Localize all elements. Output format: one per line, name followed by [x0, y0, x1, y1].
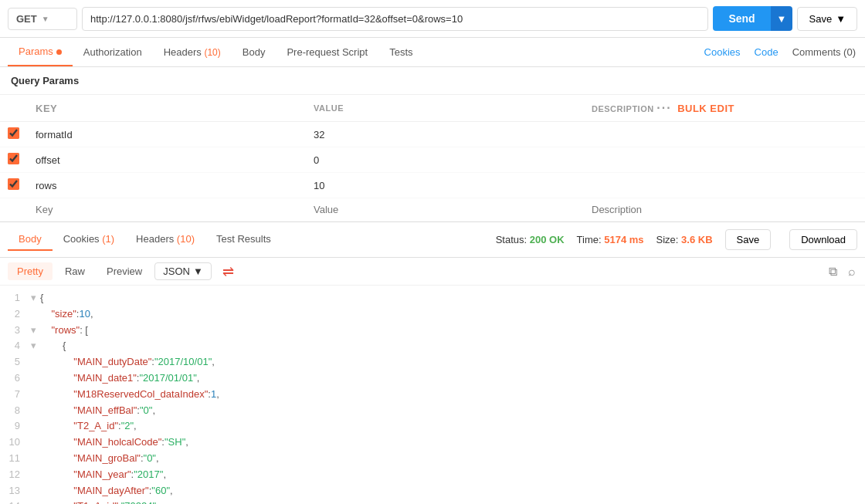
method-select[interactable]: GET ▼	[8, 8, 77, 30]
fold-icon[interactable]: ▾	[31, 338, 39, 354]
description-input[interactable]	[592, 129, 857, 140]
fold-icon[interactable]	[31, 354, 39, 370]
json-line: 6 "MAIN_date1": "2017/01/01",	[8, 370, 857, 387]
row-checkbox[interactable]	[8, 153, 19, 164]
row-key-cell[interactable]	[28, 198, 306, 222]
fold-icon[interactable]	[31, 403, 39, 419]
key-input[interactable]	[36, 129, 298, 140]
comments-link[interactable]: Comments (0)	[791, 39, 857, 66]
line-indent	[40, 499, 73, 504]
size-value: 3.6 KB	[681, 234, 712, 245]
row-key-cell[interactable]	[28, 173, 306, 198]
row-description-cell[interactable]	[584, 147, 865, 173]
line-indent	[40, 306, 51, 323]
json-punctuation: ,	[90, 306, 93, 323]
tab-tests[interactable]: Tests	[378, 39, 423, 66]
right-icons: ⧉ ⌕	[827, 263, 857, 280]
bulk-edit-link[interactable]: Bulk Edit	[677, 103, 734, 114]
save-chevron-icon: ▼	[836, 13, 846, 25]
tab-body[interactable]: Body	[232, 39, 276, 66]
line-indent	[40, 467, 73, 483]
json-key: "MAIN_groBal"	[73, 451, 141, 467]
row-key-cell[interactable]	[28, 147, 306, 173]
more-icon[interactable]: ···	[656, 101, 671, 114]
th-description: DESCRIPTION ··· Bulk Edit	[584, 95, 865, 122]
json-key: "MAIN_dutyDate"	[73, 354, 151, 370]
cookies-link[interactable]: Cookies	[703, 39, 742, 66]
row-key-cell[interactable]	[28, 122, 306, 147]
value-input[interactable]	[314, 180, 576, 191]
search-icon[interactable]: ⌕	[846, 263, 857, 280]
json-key: "rows"	[51, 323, 80, 339]
json-string: "2017"	[134, 467, 163, 483]
fold-icon[interactable]: ▾	[31, 290, 39, 306]
row-value-cell[interactable]	[306, 198, 584, 222]
json-punctuation: ,	[156, 499, 159, 504]
fold-icon[interactable]	[31, 499, 39, 504]
line-number: 6	[8, 370, 31, 387]
json-punctuation: ,	[134, 418, 137, 435]
raw-button[interactable]: Raw	[56, 262, 94, 280]
fold-icon[interactable]	[31, 387, 39, 403]
send-btn-group: Send ▼	[713, 6, 792, 31]
line-number: 2	[8, 306, 31, 323]
status-value: 200 OK	[530, 234, 565, 245]
row-value-cell[interactable]	[306, 173, 584, 198]
json-line: 8 "MAIN_effBal": "0",	[8, 403, 857, 419]
copy-icon[interactable]: ⧉	[827, 263, 839, 280]
pretty-button[interactable]: Pretty	[8, 262, 53, 280]
row-checkbox[interactable]	[8, 178, 19, 190]
key-input[interactable]	[36, 204, 298, 215]
tab-prerequest[interactable]: Pre-request Script	[276, 39, 378, 66]
value-input[interactable]	[314, 204, 576, 215]
preview-button[interactable]: Preview	[97, 262, 151, 280]
fold-icon[interactable]	[31, 306, 39, 323]
row-value-cell[interactable]	[306, 122, 584, 147]
tab-authorization[interactable]: Authorization	[73, 39, 153, 66]
row-description-cell[interactable]	[584, 198, 865, 222]
line-number: 9	[8, 418, 31, 435]
json-punctuation: ,	[152, 403, 155, 419]
fold-icon[interactable]	[31, 467, 39, 483]
resp-save-button[interactable]: Save	[725, 229, 772, 250]
json-line: 4▾ {	[8, 338, 857, 354]
tab-params[interactable]: Params	[8, 38, 73, 66]
resp-tab-test-results[interactable]: Test Results	[205, 228, 282, 251]
fold-icon[interactable]	[31, 483, 39, 499]
tab-headers[interactable]: Headers (10)	[153, 39, 232, 66]
resp-tab-body[interactable]: Body	[8, 228, 53, 251]
json-content: 1▾{2 "size": 10,3▾ "rows": [4▾ {5 "MAIN_…	[0, 286, 865, 504]
row-description-cell[interactable]	[584, 122, 865, 147]
json-string: "70324"	[121, 499, 156, 504]
value-input[interactable]	[314, 154, 576, 166]
fold-icon[interactable]	[31, 370, 39, 387]
save-button[interactable]: Save ▼	[797, 7, 857, 31]
description-input[interactable]	[592, 204, 857, 215]
key-input[interactable]	[36, 180, 298, 191]
value-input[interactable]	[314, 129, 576, 140]
line-number: 5	[8, 354, 31, 370]
cookies-badge: (1)	[102, 233, 114, 245]
format-select[interactable]: JSON ▼	[154, 262, 212, 280]
fold-icon[interactable]	[31, 451, 39, 467]
resp-download-button[interactable]: Download	[789, 229, 857, 250]
row-checkbox[interactable]	[8, 127, 19, 139]
send-button[interactable]: Send	[713, 6, 770, 31]
row-value-cell[interactable]	[306, 147, 584, 173]
fold-icon[interactable]	[31, 418, 39, 435]
send-dropdown-button[interactable]: ▼	[771, 6, 793, 31]
description-input[interactable]	[592, 180, 857, 191]
fold-icon[interactable]: ▾	[31, 323, 39, 339]
code-link[interactable]: Code	[753, 39, 780, 66]
beautify-icon[interactable]: ⇌	[222, 263, 234, 280]
json-key: "MAIN_dayAfter"	[73, 483, 148, 499]
url-input[interactable]	[82, 7, 708, 31]
params-dot	[56, 49, 62, 55]
row-description-cell[interactable]	[584, 173, 865, 198]
key-input[interactable]	[36, 154, 298, 166]
description-input[interactable]	[592, 154, 857, 166]
resp-tab-headers[interactable]: Headers (10)	[125, 228, 205, 251]
save-label: Save	[809, 13, 832, 25]
resp-tab-cookies[interactable]: Cookies (1)	[53, 228, 125, 251]
fold-icon[interactable]	[31, 435, 39, 451]
